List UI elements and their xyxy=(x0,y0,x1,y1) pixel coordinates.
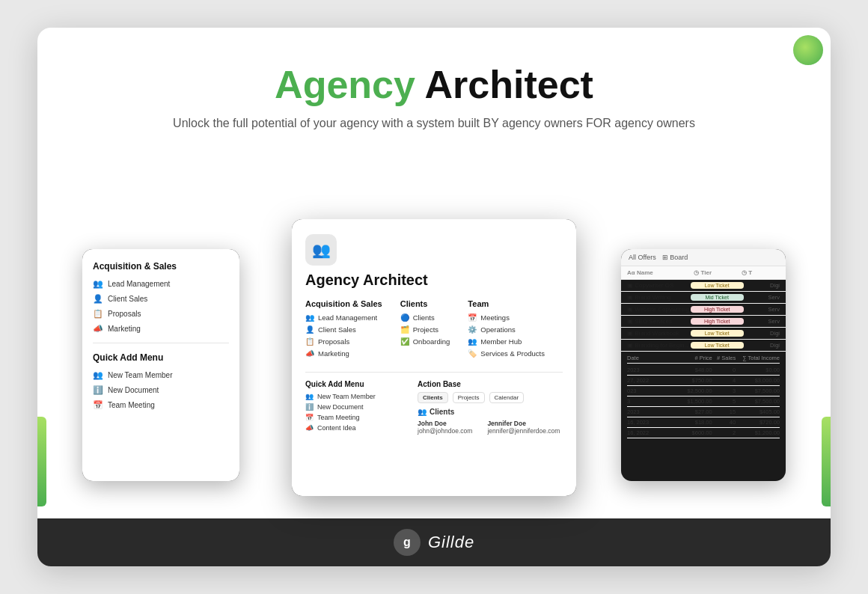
clients-icon: 🔵 xyxy=(400,313,409,322)
acq-item-client[interactable]: 👤Client Sales xyxy=(305,325,382,334)
clients-item-onboarding[interactable]: ✅Onboarding xyxy=(400,337,450,346)
row-type-0: Digi xyxy=(744,282,780,289)
dr-price-1: $750.00 xyxy=(671,377,712,384)
ab-tab-clients[interactable]: Clients xyxy=(418,392,448,403)
new-doc-icon: ℹ️ xyxy=(93,385,103,395)
team-item-operations[interactable]: ⚙️Operations xyxy=(468,325,545,334)
center-bottom-row: Quick Add Menu 👥 New Team Member ℹ️ New … xyxy=(305,380,563,435)
row-tier-4: Low Ticket xyxy=(691,330,744,337)
center-divider xyxy=(305,372,563,373)
onboarding-icon: ✅ xyxy=(400,337,409,346)
row-type-4: Digi xyxy=(744,330,780,337)
hero-section: Agency Architect Unlock the full potenti… xyxy=(37,28,831,151)
right-accent-bar xyxy=(822,417,831,506)
left-menu-label-lead: Lead Management xyxy=(108,280,170,288)
row-tier-3: High Ticket xyxy=(691,318,744,325)
dr-date-6: 16, 2022 xyxy=(627,429,668,436)
qa-meeting-icon: 📅 xyxy=(305,414,314,421)
clients-item-clients[interactable]: 🔵Clients xyxy=(400,313,450,322)
action-base-section: Action Base Clients Projects Calendar 👥 … xyxy=(418,380,563,435)
col-acq-title: Acquisition & Sales xyxy=(305,299,382,308)
table-row[interactable]: ▣ Copywriter OS Low Ticket Digi xyxy=(621,280,786,292)
data-row: 16, 2022 $600.00 2 $1,200.00 xyxy=(627,428,780,438)
acq-lead-icon: 👥 xyxy=(305,313,314,322)
col-header-type: ◷ T xyxy=(742,269,780,276)
acq-item-marketing[interactable]: 📣Marketing xyxy=(305,349,382,358)
dr-sales-3: 5 xyxy=(715,398,736,405)
row-tier-2: High Ticket xyxy=(691,306,744,313)
dr-income-1: $3,000.00 xyxy=(739,377,780,384)
left-section-title: Acquisition & Sales xyxy=(93,261,229,272)
client-jennifer-name: Jennifer Doe xyxy=(487,420,560,427)
qa-content[interactable]: 📣 Content Idea xyxy=(305,424,395,432)
right-data-section: Date # Price # Sales ∑ Total Income 2023… xyxy=(621,352,786,441)
data-headers: Date # Price # Sales ∑ Total Income xyxy=(627,355,780,364)
dr-price-0: $48.00 xyxy=(671,367,712,373)
left-menu-label-marketing: Marketing xyxy=(108,325,141,333)
right-tab-all-offers[interactable]: All Offers xyxy=(629,254,656,261)
acq-item-lead[interactable]: 👥Lead Management xyxy=(305,313,382,322)
divider xyxy=(93,343,229,343)
ab-tab-projects[interactable]: Projects xyxy=(453,392,485,403)
brand-name: Gillde xyxy=(428,533,474,552)
qa-member-icon: 👥 xyxy=(305,393,314,400)
right-tab-board[interactable]: ⊞ Board xyxy=(662,254,688,261)
left-menu-item-client[interactable]: 👤 Client Sales xyxy=(93,294,229,304)
ab-tab-calendar[interactable]: Calendar xyxy=(489,392,524,403)
client-icon: 👤 xyxy=(93,294,103,304)
table-row[interactable]: ▣ Brand Writing Mid Ticket Serv xyxy=(621,292,786,304)
dr-sales-2: 3 xyxy=(715,388,736,394)
dr-date-1: 27, 2022 xyxy=(627,377,668,384)
qa-meeting-label: Team Meeting xyxy=(317,414,360,421)
dr-date-5: 16, 2023 xyxy=(627,419,668,426)
team-item-hub[interactable]: 👥Member Hub xyxy=(468,337,545,346)
client-john-name: John Doe xyxy=(418,420,472,427)
clients-item-projects[interactable]: 🗂️Projects xyxy=(400,325,450,334)
row-name-4: ▣ Brand Workbook xyxy=(627,330,691,337)
left-qa-item-doc[interactable]: ℹ️ New Document xyxy=(93,385,229,395)
data-header-date: Date xyxy=(627,355,668,361)
team-item-meetings[interactable]: 📅Meetings xyxy=(468,313,545,322)
proposals-icon: 📋 xyxy=(93,309,103,319)
ab-title: Action Base xyxy=(418,380,563,388)
left-menu-item-proposals[interactable]: 📋 Proposals xyxy=(93,309,229,319)
meeting-icon: 📅 xyxy=(93,400,103,410)
left-qa-item-member[interactable]: 👥 New Team Member xyxy=(93,370,229,380)
services-icon: 🏷️ xyxy=(468,349,477,358)
left-qa-item-meeting[interactable]: 📅 Team Meeting xyxy=(93,400,229,410)
team-item-services[interactable]: 🏷️Services & Products xyxy=(468,349,545,358)
qa-member[interactable]: 👥 New Team Member xyxy=(305,393,395,400)
qa-meeting[interactable]: 📅 Team Meeting xyxy=(305,414,395,421)
data-row: 16, 2023 $18.00 40 $720.00 xyxy=(627,417,780,428)
qa-title: Quick Add Menu xyxy=(305,380,395,388)
col-header-name: Aα Name xyxy=(627,269,694,276)
center-col-acquisition: Acquisition & Sales 👥Lead Management 👤Cl… xyxy=(305,299,382,361)
qa-content-label: Content Idea xyxy=(317,424,356,432)
table-row[interactable]: ▣ Website Copywriting High Ticket Serv xyxy=(621,304,786,316)
clients-list-icon: 👥 xyxy=(418,408,427,416)
dr-income-2: $7,500.00 xyxy=(739,388,780,394)
qa-section: Quick Add Menu 👥 New Team Member ℹ️ New … xyxy=(305,380,395,435)
ab-clients-label: Clients xyxy=(430,408,454,416)
dr-income-5: $720.00 xyxy=(739,419,780,426)
acq-item-proposals[interactable]: 📋Proposals xyxy=(305,337,382,346)
table-row[interactable]: ▣ SEO Services High Ticket Serv xyxy=(621,316,786,328)
dr-income-4: $405.00 xyxy=(739,408,780,415)
green-orb-decoration xyxy=(793,35,823,65)
marketing-icon: 📣 xyxy=(93,324,103,334)
client-john-email: john@johndoe.com xyxy=(418,427,472,435)
qa-doc[interactable]: ℹ️ New Document xyxy=(305,403,395,411)
main-title: Agency Architect xyxy=(67,64,801,106)
acq-marketing-icon: 📣 xyxy=(305,349,314,358)
client-jennifer-email: jennifer@jenniferdoe.com xyxy=(487,427,560,435)
dr-sales-4: 15 xyxy=(715,408,736,415)
table-row[interactable]: ▣ Brand Workbook Low Ticket Digi xyxy=(621,328,786,340)
dr-date-4: 2023 xyxy=(627,408,668,415)
table-row[interactable]: ▣ Branding for Beginners Low Ticket Digi xyxy=(621,340,786,352)
left-menu-item-lead[interactable]: 👥 Lead Management xyxy=(93,279,229,289)
left-menu-item-marketing[interactable]: 📣 Marketing xyxy=(93,324,229,334)
projects-icon: 🗂️ xyxy=(400,325,409,334)
row-name-1: ▣ Brand Writing xyxy=(627,294,691,301)
footer-bar: g Gillde xyxy=(37,518,831,566)
col-team-title: Team xyxy=(468,299,545,308)
